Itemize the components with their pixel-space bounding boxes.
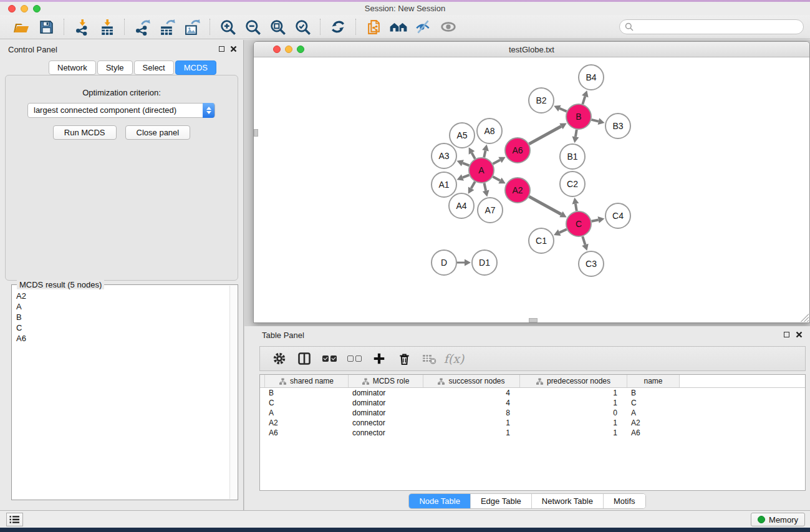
minimize-window-button[interactable] — [21, 5, 28, 12]
table-cell[interactable]: dominator — [349, 388, 423, 398]
graph-edge[interactable] — [484, 183, 486, 191]
graph-edge[interactable] — [471, 181, 475, 188]
table-cell[interactable]: 1 — [520, 398, 627, 408]
tab-select[interactable]: Select — [134, 60, 174, 75]
export-network-icon[interactable] — [130, 17, 155, 37]
table-cell[interactable]: A — [627, 408, 680, 418]
zoom-in-icon[interactable] — [215, 17, 240, 37]
graph-edge[interactable] — [493, 177, 500, 180]
table-settings-gear-icon[interactable] — [269, 349, 290, 369]
table-cell[interactable]: A6 — [265, 428, 349, 438]
import-network-icon[interactable] — [69, 17, 94, 37]
graph-edge[interactable] — [582, 236, 585, 244]
table-row[interactable]: Adominator80A — [260, 408, 805, 418]
tab-edge-table[interactable]: Edge Table — [471, 494, 532, 508]
mcds-result-item[interactable]: C — [12, 322, 229, 333]
close-panel-icon[interactable] — [230, 46, 237, 52]
column-header-successor-nodes[interactable]: successor nodes — [423, 375, 520, 387]
tab-node-table[interactable]: Node Table — [409, 494, 471, 508]
table-cell[interactable]: connector — [349, 428, 423, 438]
window-titlebar[interactable]: Session: New Session — [0, 2, 810, 15]
run-mcds-button[interactable]: Run MCDS — [53, 125, 117, 140]
float-table-panel-icon[interactable] — [784, 332, 789, 337]
task-history-button[interactable] — [6, 513, 23, 526]
tab-network[interactable]: Network — [49, 60, 96, 75]
graph-edge[interactable] — [576, 130, 577, 137]
tab-network-table[interactable]: Network Table — [532, 494, 604, 508]
mcds-result-item[interactable]: A — [12, 301, 229, 312]
open-session-icon[interactable] — [9, 17, 34, 37]
column-header-shared-name[interactable]: shared name — [265, 375, 349, 387]
table-cell[interactable]: connector — [349, 418, 423, 428]
graph-edge[interactable] — [591, 120, 598, 122]
table-cell[interactable]: 1 — [423, 418, 520, 428]
network-zoom-button[interactable] — [297, 46, 304, 53]
canvas-vertical-scrollbar[interactable] — [254, 129, 258, 137]
table-cell[interactable]: dominator — [349, 408, 423, 418]
zoom-window-button[interactable] — [33, 5, 41, 12]
table-row[interactable]: A2connector11A2 — [260, 418, 805, 428]
table-cell[interactable]: A2 — [627, 418, 680, 428]
column-header-MCDS-role[interactable]: MCDS role — [349, 375, 423, 387]
table-cell[interactable]: B — [627, 388, 680, 398]
delete-table-icon[interactable] — [418, 349, 440, 369]
table-cell[interactable]: 1 — [520, 428, 627, 438]
network-graph[interactable]: B4B2BB3A5A8A6A3B1AA1C2A2A4A7C4CC1C3DD1 — [254, 57, 809, 322]
table-cell[interactable]: A — [265, 408, 349, 418]
table-cell[interactable]: 1 — [520, 388, 627, 398]
graph-edge[interactable] — [529, 196, 561, 214]
refresh-icon[interactable] — [325, 17, 350, 37]
export-image-icon[interactable] — [180, 17, 205, 37]
clone-network-icon[interactable] — [361, 17, 386, 37]
graph-edge[interactable] — [471, 153, 475, 159]
window-resize-grip[interactable] — [801, 314, 809, 322]
optimization-criterion-dropdown[interactable]: largest connected component (directed) — [27, 103, 215, 118]
column-header-predecessor-nodes[interactable]: predecessor nodes — [520, 375, 627, 387]
table-cell[interactable]: C — [265, 398, 349, 408]
graph-edge[interactable] — [463, 163, 470, 165]
hide-graphics-details-icon[interactable] — [436, 17, 461, 37]
table-cell[interactable]: 8 — [423, 408, 520, 418]
table-cell[interactable]: 1 — [423, 428, 520, 438]
graph-edge[interactable] — [592, 220, 599, 221]
close-window-button[interactable] — [8, 5, 16, 12]
tab-mcds[interactable]: MCDS — [175, 60, 216, 75]
zoom-out-icon[interactable] — [240, 17, 265, 37]
delete-column-trash-icon[interactable] — [393, 349, 415, 369]
table-cell[interactable]: A2 — [265, 418, 349, 428]
mcds-result-item[interactable]: B — [12, 312, 229, 322]
show-graphics-details-icon[interactable] — [411, 17, 436, 37]
table-cell[interactable]: 4 — [423, 398, 520, 408]
graph-edge[interactable] — [463, 175, 470, 178]
tab-style[interactable]: Style — [97, 60, 133, 75]
table-cell[interactable]: 4 — [423, 388, 520, 398]
search-input[interactable] — [619, 19, 804, 34]
close-table-panel-icon[interactable] — [796, 331, 803, 338]
graph-edge[interactable] — [484, 150, 485, 157]
network-minimize-button[interactable] — [285, 46, 292, 53]
graph-edge[interactable] — [493, 160, 500, 163]
table-cell[interactable]: A6 — [627, 428, 680, 438]
mcds-result-scrollbar[interactable] — [229, 286, 237, 499]
graph-edge[interactable] — [559, 230, 567, 233]
mcds-result-item[interactable]: A2 — [12, 291, 229, 301]
add-column-icon[interactable] — [369, 349, 390, 369]
table-cell[interactable]: 1 — [520, 418, 627, 428]
tab-motifs[interactable]: Motifs — [604, 494, 645, 508]
import-table-icon[interactable] — [94, 17, 119, 37]
table-row[interactable]: A6connector11A6 — [260, 428, 805, 438]
unselect-all-columns-icon[interactable] — [344, 349, 365, 369]
save-session-icon[interactable] — [34, 17, 59, 37]
memory-button[interactable]: Memory — [751, 513, 805, 526]
zoom-fit-icon[interactable] — [265, 17, 290, 37]
graph-edge[interactable] — [559, 109, 566, 112]
function-builder-icon[interactable]: f(x) — [443, 349, 465, 369]
export-table-icon[interactable] — [155, 17, 180, 37]
float-panel-icon[interactable] — [219, 46, 224, 52]
select-all-columns-icon[interactable] — [319, 349, 340, 369]
table-cell[interactable]: dominator — [349, 398, 423, 408]
network-close-button[interactable] — [273, 46, 281, 53]
close-panel-button[interactable]: Close panel — [125, 125, 191, 140]
column-header-name[interactable]: name — [627, 375, 680, 387]
graph-edge[interactable] — [576, 204, 577, 211]
